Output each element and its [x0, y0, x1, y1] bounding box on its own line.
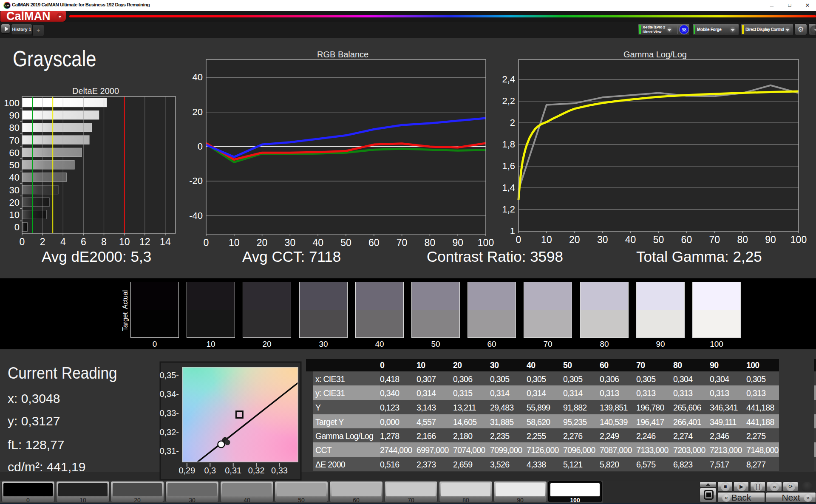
svg-text:20: 20 [193, 107, 203, 117]
svg-text:50: 50 [9, 160, 20, 170]
svg-text:-20: -20 [189, 176, 203, 186]
svg-text:2,4: 2,4 [502, 74, 515, 85]
svg-text:50: 50 [653, 234, 664, 245]
svg-text:100: 100 [478, 237, 494, 248]
svg-text:70: 70 [9, 135, 20, 146]
svg-text:80: 80 [737, 234, 748, 245]
svg-text:0: 0 [516, 234, 521, 245]
svg-text:2: 2 [510, 117, 515, 128]
svg-text:0,32-: 0,32- [159, 428, 179, 437]
svg-text:0,33: 0,33 [271, 466, 288, 475]
svg-text:40: 40 [193, 72, 203, 82]
svg-text:100: 100 [4, 98, 20, 108]
svg-text:90: 90 [9, 110, 20, 121]
svg-text:0,32: 0,32 [248, 466, 265, 475]
svg-text:70: 70 [709, 234, 720, 245]
svg-text:14: 14 [160, 236, 171, 246]
svg-text:0,34-: 0,34- [159, 389, 179, 399]
svg-text:0: 0 [198, 141, 203, 152]
svg-text:60: 60 [368, 237, 380, 248]
svg-text:30: 30 [597, 234, 608, 245]
svg-text:60: 60 [9, 147, 20, 158]
svg-text:2: 2 [40, 236, 45, 246]
svg-text:70: 70 [397, 237, 408, 248]
svg-text:2,2: 2,2 [502, 96, 515, 106]
svg-text:20: 20 [257, 237, 268, 248]
svg-text:90: 90 [452, 237, 463, 248]
svg-text:80: 80 [425, 237, 436, 248]
svg-text:1,2: 1,2 [502, 204, 515, 215]
svg-text:0,31: 0,31 [225, 466, 241, 475]
svg-text:10: 10 [9, 210, 20, 220]
svg-text:0,31-: 0,31- [159, 446, 179, 456]
svg-text:90: 90 [765, 234, 776, 245]
svg-text:6: 6 [81, 236, 86, 246]
svg-text:0,35-: 0,35- [159, 371, 179, 380]
svg-text:50: 50 [340, 237, 351, 248]
svg-text:100: 100 [790, 234, 807, 245]
svg-text:0,29: 0,29 [178, 466, 195, 475]
svg-text:60: 60 [681, 234, 692, 245]
svg-text:1,8: 1,8 [502, 139, 515, 150]
svg-text:10: 10 [119, 236, 130, 246]
svg-text:1,4: 1,4 [502, 182, 515, 193]
svg-text:20: 20 [9, 197, 20, 208]
svg-text:20: 20 [569, 234, 580, 245]
svg-text:10: 10 [229, 237, 240, 248]
svg-text:30: 30 [285, 237, 296, 248]
svg-text:10: 10 [541, 234, 552, 245]
svg-text:40: 40 [625, 234, 636, 245]
svg-text:30: 30 [9, 185, 20, 195]
svg-text:0,3: 0,3 [204, 466, 216, 475]
svg-text:4: 4 [60, 236, 66, 246]
svg-text:1,6: 1,6 [502, 161, 515, 171]
svg-text:0: 0 [14, 222, 20, 232]
svg-text:0,33-: 0,33- [159, 408, 179, 418]
svg-text:1: 1 [510, 226, 515, 236]
svg-text:0: 0 [20, 236, 25, 246]
svg-text:-40: -40 [189, 210, 203, 221]
svg-text:40: 40 [9, 172, 20, 183]
svg-text:12: 12 [139, 236, 150, 246]
svg-text:80: 80 [9, 122, 20, 133]
svg-text:40: 40 [312, 237, 323, 248]
svg-text:0: 0 [204, 237, 209, 248]
svg-text:8: 8 [101, 236, 107, 246]
